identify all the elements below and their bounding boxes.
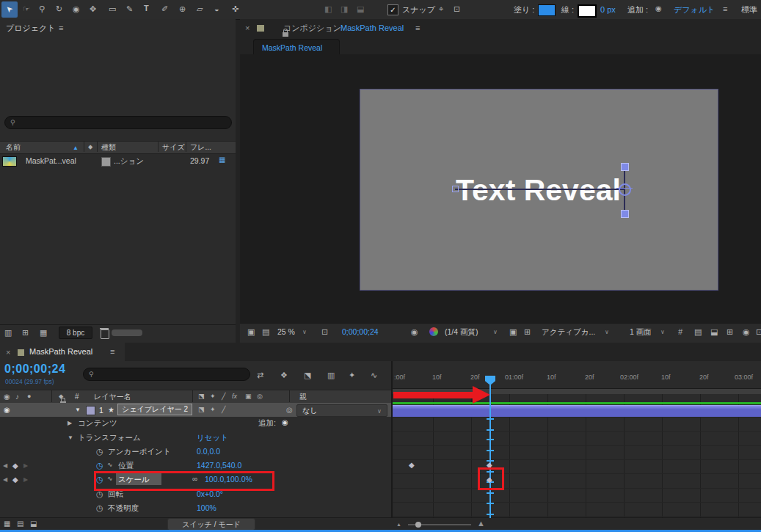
stroke-color-swatch[interactable] [578,4,597,18]
selection-tool-icon[interactable]: ➤ [6,5,12,13]
mask-mode-icon-2[interactable]: ◨ [341,5,348,13]
mask-mode-icon-3[interactable]: ⬓ [357,5,364,13]
playhead-line[interactable] [489,385,491,518]
active-camera-value[interactable]: アクティブカ... [542,328,595,336]
draft-3d-icon[interactable]: ❖ [280,371,288,379]
position-graph-icon[interactable]: ∿ [107,462,113,468]
always-preview-icon[interactable]: ▣ [247,328,255,336]
mask-path-line[interactable] [455,189,625,190]
hand-tool-icon[interactable]: ☞ [23,5,30,13]
stroke-width-value[interactable]: 0 px [600,6,616,14]
viewer-timecode[interactable]: 0;00;00;24 [342,328,379,336]
interpret-footage-icon[interactable]: ▥ [4,329,12,337]
position-keyframe-1[interactable]: ◆ [409,462,415,469]
resolution-dropdown-icon[interactable]: ∨ [493,329,498,335]
snap-options-icon[interactable]: ⌖ [439,5,443,13]
mask-rotation-handle[interactable] [619,183,631,196]
column-name[interactable]: 名前 [6,144,21,151]
position-kf-toggle-icon[interactable]: ◆ [12,462,18,470]
parent-dropdown-value[interactable]: なし [302,407,317,415]
add-shape-icon[interactable]: ◉ [655,5,662,12]
motion-blur-icon[interactable]: ✦ [349,371,355,379]
zoom-tool-icon[interactable]: ⚲ [39,5,45,13]
puppet-tool-icon[interactable]: ✜ [232,5,239,13]
column-size[interactable]: サイズ [162,144,185,151]
timeline-close-icon[interactable]: × [6,348,10,357]
frame-blend-icon[interactable]: ▥ [327,371,335,379]
zoom-dropdown-icon[interactable]: ∨ [302,329,307,335]
snap-checkbox[interactable]: ✓ [387,4,398,15]
workspace-default[interactable]: デフォルト [674,6,715,14]
comp-viewer-tab-label[interactable]: MaskPath Reveal [262,43,322,52]
type-tool-icon[interactable]: T [144,4,149,12]
new-composition-icon[interactable]: ▦ [40,329,47,337]
project-panel-menu-icon[interactable]: ≡ [59,24,63,32]
fast-previews-icon[interactable]: ▤ [694,328,702,336]
contents-add-label[interactable]: 追加: [258,419,276,427]
show-channel-icon[interactable] [429,327,438,336]
transparency-grid-icon[interactable]: ⊞ [524,328,531,336]
camera-dropdown-icon[interactable]: ∨ [605,329,609,335]
contents-twirl-icon[interactable]: ▶ [68,420,72,426]
layer-duration-bar[interactable] [393,405,761,417]
timeline-timecode[interactable]: 0;00;00;24 [4,362,65,376]
layer-label-chip[interactable] [86,406,95,415]
column-type[interactable]: 種類 [101,144,116,151]
comp-flowchart-icon[interactable]: ⊞ [727,328,733,336]
opacity-value[interactable]: 100% [197,504,216,512]
parent-dropdown-icon[interactable]: ∨ [377,408,382,415]
mask-vertex-top[interactable] [621,163,629,171]
layer-switch-icon-1[interactable]: ⬔ [198,407,205,413]
position-label[interactable]: 位置 [118,462,134,470]
layer-switch-icon-3[interactable]: ╱ [222,407,225,413]
brush-tool-icon[interactable]: ✐ [161,5,168,13]
position-kf-prev-icon[interactable]: ◀ [3,463,7,469]
timeline-button-icon[interactable]: ⬓ [710,328,718,336]
pen-tool-icon[interactable]: ✎ [126,5,133,13]
expand-columns-icon-3[interactable]: ⬓ [30,520,37,528]
transform-twirl-icon[interactable]: ▼ [68,435,73,441]
rotation-value[interactable]: 0x+0.0° [197,490,223,498]
sort-asc-icon[interactable]: ▲ [73,145,79,151]
eraser-tool-icon[interactable]: ▱ [197,5,203,13]
timeline-tab-label[interactable]: MaskPath Reveal [29,348,92,356]
layer-name-box[interactable]: シェイプレイヤー 2 [117,404,192,415]
rotation-label[interactable]: 回転 [108,490,123,498]
timeline-tab-menu-icon[interactable]: ≡ [110,348,114,356]
workspace-menu-icon[interactable]: ≡ [723,5,727,13]
trash-icon[interactable] [101,329,109,339]
zoom-level-value[interactable]: 25 % [277,328,295,336]
position-value[interactable]: 1427.0,540.0 [197,462,241,470]
scale-kf-toggle-icon[interactable]: ◆ [12,476,18,484]
mask-vertex-bottom[interactable] [621,210,629,218]
rotate-tool-icon[interactable]: ↻ [56,5,62,13]
exposure-icon[interactable]: ⊡ [756,328,761,336]
label-column-icon[interactable]: ⬥ [88,144,92,150]
contents-label[interactable]: コンテンツ [78,419,117,427]
position-stopwatch-icon[interactable]: ◷ [96,462,103,470]
shape-tool-icon[interactable]: ▭ [109,5,116,13]
roto-brush-tool-icon[interactable]: ◒ [214,5,219,13]
clone-stamp-tool-icon[interactable]: ⊕ [179,5,186,13]
camera-tool-icon[interactable]: ◉ [73,5,80,13]
region-of-interest-icon[interactable]: ▣ [509,328,517,336]
pan-behind-tool-icon[interactable]: ✥ [90,5,96,13]
snap-box-icon[interactable]: ⊡ [454,5,460,13]
comp-mini-flow-icon[interactable]: ⇄ [257,371,263,379]
timeline-divider[interactable] [391,361,393,518]
opacity-stopwatch-icon[interactable]: ◷ [96,504,103,512]
lock-icon[interactable] [283,32,288,37]
switches-modes-button[interactable]: スイッチ / モード [167,518,255,531]
layer-eye-icon[interactable]: ◉ [4,407,10,414]
magnification-icon[interactable]: ▤ [262,328,269,336]
project-search-input[interactable]: ⚲ [4,116,232,129]
project-item-name[interactable]: MaskPat...veal [26,157,76,165]
transform-label[interactable]: トランスフォーム [78,434,141,442]
resolution-value[interactable]: (1/4 画質) [445,328,478,336]
layout-dropdown-icon[interactable]: ∨ [660,329,665,335]
timeline-search-input[interactable]: ⚲ [83,368,250,381]
hide-shy-layers-icon[interactable]: ⬔ [304,371,311,379]
anchor-point-label[interactable]: アンカーポイント [108,448,171,456]
expand-columns-icon-1[interactable]: ▦ [4,520,10,528]
timeline-zoom-knob[interactable] [415,522,421,528]
